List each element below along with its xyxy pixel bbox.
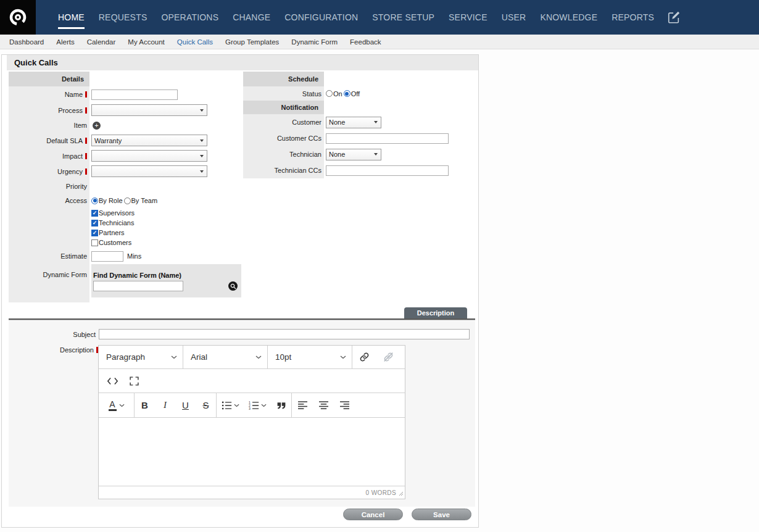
fullscreen-icon: [129, 376, 139, 386]
resize-grip[interactable]: [399, 491, 404, 497]
nav-item-reports[interactable]: REPORTS: [607, 0, 659, 35]
required-marker: [85, 153, 87, 159]
search-icon: [230, 283, 236, 289]
urgency-select[interactable]: [91, 165, 207, 177]
resize-grip-icon: [399, 491, 404, 496]
numbered-list-button[interactable]: 1 2 3: [244, 401, 271, 410]
customers-row: Customers: [91, 238, 136, 247]
subnav-item-quick-calls[interactable]: Quick Calls: [171, 38, 219, 46]
subnav-item-feedback[interactable]: Feedback: [344, 38, 388, 46]
font-size-dropdown[interactable]: 10pt: [268, 346, 352, 368]
tab-description[interactable]: Description: [404, 307, 467, 318]
nav-item-service[interactable]: SERVICE: [444, 0, 492, 35]
impact-label: Impact: [9, 148, 89, 164]
customer-select[interactable]: None: [326, 117, 381, 128]
access-by-role-radio[interactable]: [91, 197, 98, 204]
fullscreen-button[interactable]: [123, 369, 145, 393]
partners-checkbox[interactable]: [91, 230, 98, 236]
blockquote-icon: [276, 401, 286, 410]
technicians-row: Technicians: [91, 218, 136, 227]
dynamic-form-label: Dynamic Form: [9, 264, 89, 302]
customer-ccs-label: Customer CCs: [243, 130, 324, 146]
align-right-button[interactable]: [334, 401, 355, 410]
supervisors-checkbox[interactable]: [91, 210, 98, 217]
cancel-button[interactable]: Cancel: [343, 509, 403, 520]
process-select[interactable]: [91, 104, 207, 116]
text-color-button[interactable]: A: [102, 400, 130, 411]
impact-select[interactable]: [91, 150, 207, 162]
search-button[interactable]: [228, 281, 238, 291]
block-format-dropdown[interactable]: Paragraph: [99, 346, 183, 368]
nav-item-requests[interactable]: REQUESTS: [94, 0, 152, 35]
font-family-dropdown[interactable]: Arial: [183, 346, 268, 368]
chevron-down-icon: [340, 355, 346, 359]
details-section-header: Details: [9, 72, 89, 86]
link-icon: [359, 351, 370, 363]
italic-button[interactable]: I: [155, 400, 175, 410]
align-left-button[interactable]: [292, 401, 313, 410]
subnav-item-alerts[interactable]: Alerts: [50, 38, 80, 46]
subnav-item-calendar[interactable]: Calendar: [81, 38, 122, 46]
chevron-down-icon: [200, 109, 204, 112]
nav-item-knowledge[interactable]: KNOWLEDGE: [535, 0, 602, 35]
nav-item-store-setup[interactable]: STORE SETUP: [367, 0, 439, 35]
remove-link-button[interactable]: [376, 346, 400, 368]
strikethrough-button[interactable]: S: [196, 400, 216, 410]
required-marker: [85, 168, 87, 175]
customer-ccs-input[interactable]: [326, 133, 449, 144]
top-navbar: HOME REQUESTS OPERATIONS CHANGE CONFIGUR…: [0, 0, 759, 35]
item-label: Item: [9, 118, 89, 133]
priority-label: Priority: [9, 179, 89, 194]
subnav-item-dashboard[interactable]: Dashboard: [3, 38, 50, 46]
process-label: Process: [9, 102, 89, 118]
source-code-button[interactable]: [102, 369, 123, 393]
underline-button[interactable]: U: [175, 400, 196, 410]
nav-item-home[interactable]: HOME: [53, 0, 89, 35]
default-sla-select[interactable]: Warranty: [91, 135, 207, 146]
editor-content-area[interactable]: [99, 418, 405, 486]
subnav-item-my-account[interactable]: My Account: [122, 38, 170, 46]
unlink-icon: [383, 351, 394, 363]
bullet-list-button[interactable]: [217, 401, 244, 410]
status-off-radio[interactable]: [344, 90, 350, 97]
technicians-checkbox[interactable]: [91, 220, 98, 227]
access-role-checkboxes: Supervisors Technicians Partners Custome…: [91, 209, 136, 247]
access-label: Access: [9, 194, 89, 207]
status-on-radio[interactable]: [326, 90, 333, 97]
subnav-item-dynamic-form[interactable]: Dynamic Form: [285, 38, 344, 46]
nav-item-operations[interactable]: OPERATIONS: [156, 0, 223, 35]
required-marker: [85, 138, 87, 144]
access-by-team-radio[interactable]: [124, 197, 131, 204]
technician-select[interactable]: None: [326, 149, 381, 160]
nav-item-configuration[interactable]: CONFIGURATION: [280, 0, 363, 35]
description-editor: Paragraph Arial 10pt: [98, 345, 405, 499]
subject-label: Subject: [2, 331, 96, 338]
editor-toolbar-row-2: [99, 369, 405, 393]
name-input[interactable]: [91, 89, 178, 100]
plus-icon: +: [94, 122, 98, 129]
nav-item-user[interactable]: USER: [497, 0, 531, 35]
align-center-button[interactable]: [313, 401, 334, 410]
estimate-input[interactable]: [91, 251, 123, 262]
app-logo[interactable]: [0, 0, 36, 35]
add-item-button[interactable]: +: [93, 122, 101, 130]
align-right-icon: [339, 401, 350, 410]
blockquote-button[interactable]: [271, 401, 291, 410]
nav-item-change[interactable]: CHANGE: [228, 0, 275, 35]
editor-toolbar-row-1: Paragraph Arial 10pt: [99, 346, 405, 369]
editor-toolbar-row-3: A B I U S: [99, 393, 405, 418]
customers-checkbox[interactable]: [91, 239, 98, 246]
subject-input[interactable]: [99, 329, 470, 339]
subnav-item-group-templates[interactable]: Group Templates: [219, 38, 285, 46]
access-radio-group: By Role By Team: [91, 197, 159, 204]
compose-button[interactable]: [667, 0, 681, 35]
name-label: Name: [9, 86, 89, 102]
technician-ccs-input[interactable]: [326, 165, 449, 176]
bold-icon: B: [141, 400, 148, 410]
find-dynamic-form-input[interactable]: [93, 281, 183, 291]
bold-button[interactable]: B: [135, 400, 155, 410]
insert-link-button[interactable]: [352, 346, 376, 368]
save-button[interactable]: Save: [412, 509, 471, 520]
chevron-down-icon: [374, 121, 378, 123]
chevron-down-icon: [255, 355, 262, 359]
